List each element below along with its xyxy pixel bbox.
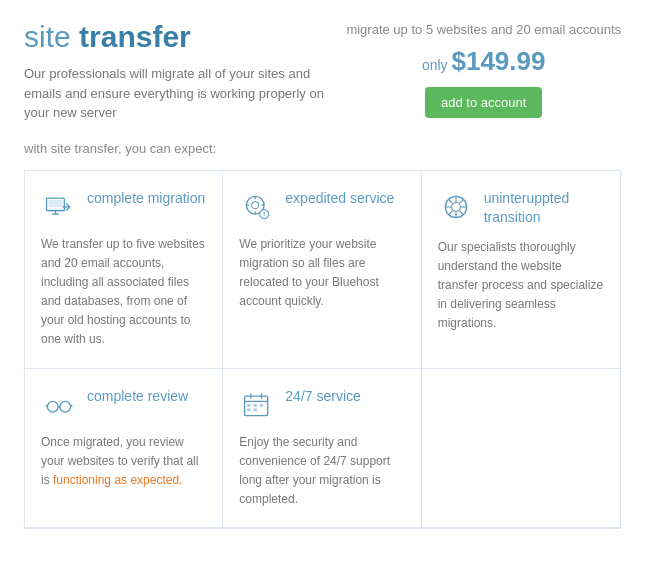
feature-desc-expedited: We prioritize your website migration so … <box>239 235 404 312</box>
svg-point-16 <box>451 202 460 211</box>
feature-header-expedited: expedited service <box>239 189 404 225</box>
uninterrupted-icon <box>438 189 474 225</box>
feature-header-247: 24/7 service <box>239 387 404 423</box>
features-grid-bottom: complete review Once migrated, you revie… <box>24 369 621 530</box>
feature-desc-247: Enjoy the security and convenience of 24… <box>239 433 404 510</box>
header-section: site transfer Our professionals will mig… <box>24 20 621 123</box>
price-only-label: only <box>422 57 452 73</box>
svg-point-7 <box>252 201 259 208</box>
feature-expedited-service: expedited service We prioritize your web… <box>223 171 421 369</box>
svg-line-21 <box>448 199 452 203</box>
feature-title-migration: complete migration <box>87 189 205 209</box>
svg-rect-36 <box>260 404 264 407</box>
svg-rect-1 <box>48 199 62 206</box>
svg-point-25 <box>47 401 58 412</box>
feature-header-migration: complete migration <box>41 189 206 225</box>
expedited-icon <box>239 189 275 225</box>
svg-line-22 <box>459 210 463 214</box>
add-to-account-button[interactable]: add to account <box>425 87 542 118</box>
svg-line-24 <box>448 210 452 214</box>
svg-point-14 <box>264 214 265 215</box>
feature-header-review: complete review <box>41 387 206 423</box>
expect-label: with site transfer, you can expect: <box>24 141 621 156</box>
247-icon <box>239 387 275 423</box>
migration-icon <box>41 189 77 225</box>
svg-rect-37 <box>248 408 252 411</box>
feature-empty <box>422 369 620 529</box>
feature-247-service: 24/7 service Enjoy the security and conv… <box>223 369 421 529</box>
review-icon <box>41 387 77 423</box>
page-wrapper: site transfer Our professionals will mig… <box>0 0 645 553</box>
price-display: only $149.99 <box>346 46 621 77</box>
feature-header-uninterrupted: uninteruppted transition <box>438 189 604 228</box>
title-bold: transfer <box>79 20 191 53</box>
feature-complete-migration: complete migration We transfer up to fiv… <box>25 171 223 369</box>
migrate-text: migrate up to 5 websites and 20 email ac… <box>346 20 621 40</box>
svg-point-12 <box>260 209 269 218</box>
feature-uninterrupted: uninteruppted transition Our specialists… <box>422 171 620 369</box>
feature-title-uninterrupted: uninteruppted transition <box>484 189 604 228</box>
svg-point-26 <box>60 401 71 412</box>
svg-line-23 <box>459 199 463 203</box>
page-title: site transfer <box>24 20 326 54</box>
feature-desc-review: Once migrated, you review your websites … <box>41 433 206 491</box>
price-amount: $149.99 <box>451 46 545 76</box>
subtitle: Our professionals will migrate all of yo… <box>24 64 326 123</box>
feature-desc-uninterrupted: Our specialists thoroughly understand th… <box>438 238 604 334</box>
features-grid-top: complete migration We transfer up to fiv… <box>24 170 621 369</box>
svg-rect-34 <box>248 404 252 407</box>
title-light: site <box>24 20 79 53</box>
svg-rect-35 <box>254 404 258 407</box>
feature-desc-migration: We transfer up to five websites and 20 e… <box>41 235 206 350</box>
feature-complete-review: complete review Once migrated, you revie… <box>25 369 223 529</box>
header-left: site transfer Our professionals will mig… <box>24 20 326 123</box>
feature-title-247: 24/7 service <box>285 387 360 407</box>
feature-title-review: complete review <box>87 387 188 407</box>
svg-rect-38 <box>254 408 258 411</box>
functioning-link[interactable]: functioning as expected. <box>53 473 182 487</box>
header-right: migrate up to 5 websites and 20 email ac… <box>326 20 621 118</box>
feature-title-expedited: expedited service <box>285 189 394 209</box>
